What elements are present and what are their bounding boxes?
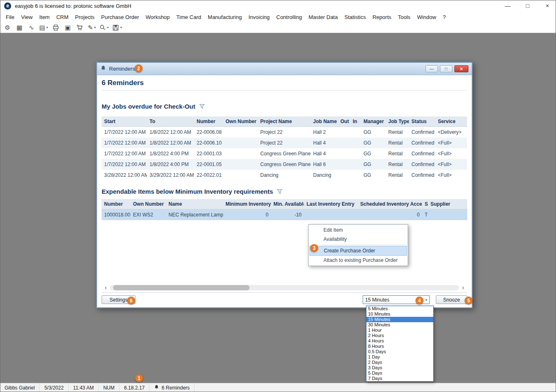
column-header-number[interactable]: Number: [102, 199, 131, 209]
dropdown-caret-icon[interactable]: ▾: [46, 26, 48, 29]
column-header-status[interactable]: Status: [409, 116, 435, 127]
menu-item-controlling[interactable]: Controlling: [273, 12, 305, 22]
dialog-close-button[interactable]: ×: [454, 65, 468, 72]
table-row[interactable]: 1/7/2022 12:00 AM1/8/2022 4:00 PM22-0001…: [102, 159, 467, 170]
dropdown-option-2-hours[interactable]: 2 Hours: [366, 333, 433, 338]
column-header-minimum-inventory[interactable]: Minimum Inventory: [223, 199, 271, 209]
scrollbar-track[interactable]: [110, 285, 459, 290]
cell: <Delivery>: [435, 127, 467, 138]
shopping-cart-icon[interactable]: [76, 23, 84, 32]
column-header-scheduled-inventory-access[interactable]: Scheduled Inventory Access: [358, 199, 422, 209]
dropdown-option-5-minutes[interactable]: 5 Minutes: [366, 306, 433, 311]
dialog-minimize-button[interactable]: —: [425, 65, 438, 72]
context-menu-item-edit-item[interactable]: Edit Item: [309, 226, 407, 235]
minimize-button[interactable]: —: [503, 2, 512, 9]
column-header-own-number[interactable]: Own Number: [223, 116, 258, 127]
column-header-s[interactable]: S: [422, 199, 428, 209]
snooze-button[interactable]: Snooze: [436, 295, 467, 304]
dropdown-caret-icon[interactable]: ▾: [120, 26, 122, 29]
menu-item-workshop[interactable]: Workshop: [143, 12, 173, 22]
table-row[interactable]: 3/28/2022 12:00 AM3/29/2022 12:00 AM22-0…: [102, 170, 467, 181]
menu-item-statistics[interactable]: Statistics: [341, 12, 369, 22]
menu-item-window[interactable]: Window: [414, 12, 440, 22]
cell: Hall 4: [311, 138, 338, 148]
dropdown-option-8-hours[interactable]: 8 Hours: [366, 344, 433, 349]
horizontal-scrollbar[interactable]: ‹ ›: [102, 284, 467, 291]
scrollbar-thumb[interactable]: [113, 285, 249, 290]
column-header-job-name[interactable]: Job Name: [311, 116, 338, 127]
callout-badge-4: 4: [416, 297, 423, 304]
dropdown-option-3-days[interactable]: 3 Days: [366, 365, 433, 371]
maximize-button[interactable]: □: [523, 2, 532, 9]
column-header-in[interactable]: In: [350, 116, 361, 127]
menu-item-invoicing[interactable]: Invoicing: [245, 12, 273, 22]
dialog-maximize-button[interactable]: □: [440, 65, 452, 72]
column-header-out[interactable]: Out: [338, 116, 350, 127]
dropdown-option-5-days[interactable]: 5 Days: [366, 371, 433, 376]
menu-item-file[interactable]: File: [2, 12, 18, 22]
dropdown-option-7-days[interactable]: 7 Days: [366, 376, 433, 381]
output-print-icon[interactable]: ▾: [112, 23, 122, 32]
cell: Dancing: [258, 170, 311, 181]
menu-item-projects[interactable]: Projects: [72, 12, 98, 22]
item-box-icon[interactable]: ▣: [64, 23, 72, 32]
signature-pen-icon[interactable]: ✎▾: [88, 23, 96, 32]
column-header-manager[interactable]: Manager: [361, 116, 386, 127]
table-row[interactable]: 1/7/2022 12:00 AM1/8/2022 12:00 AM22-000…: [102, 127, 467, 138]
menu-item-[interactable]: ?: [440, 12, 449, 22]
statusbar-reminders[interactable]: 6 Reminders: [150, 383, 195, 392]
menu-item-item[interactable]: Item: [36, 12, 53, 22]
column-header-last-inventory-entry[interactable]: Last Inventory Entry: [304, 199, 358, 209]
day-view-icon[interactable]: ▦: [15, 23, 24, 32]
context-menu-item-attach-to-existing-purchase-order[interactable]: Attach to existing Purchase Order: [309, 256, 407, 265]
filter-icon[interactable]: [277, 189, 283, 194]
scroll-right-icon[interactable]: ›: [459, 285, 467, 290]
cell: [223, 148, 258, 159]
column-header-service[interactable]: Service: [435, 116, 467, 127]
menu-item-view[interactable]: View: [18, 12, 36, 22]
dropdown-option-15-minutes[interactable]: 15 Minutes: [366, 317, 433, 322]
column-header-number[interactable]: Number: [194, 116, 223, 127]
dropdown-caret-icon[interactable]: ▾: [94, 26, 96, 29]
table-row[interactable]: 1/7/2022 12:00 AM1/8/2022 12:00 AM22-000…: [102, 138, 467, 148]
menu-item-manufacturing[interactable]: Manufacturing: [204, 12, 245, 22]
dropdown-option-0-5-days[interactable]: 0.5 Days: [366, 349, 433, 354]
column-header-name[interactable]: Name: [166, 199, 223, 209]
context-menu-item-create-purchase-order[interactable]: Create Purchase Order: [309, 246, 407, 256]
menu-item-tools[interactable]: Tools: [394, 12, 413, 22]
menu-item-reports[interactable]: Reports: [369, 12, 395, 22]
settings-gear-icon[interactable]: ⚙: [3, 23, 12, 32]
chevron-down-icon[interactable]: ▾: [425, 298, 427, 302]
reminders-dialog-titlebar[interactable]: Reminders — □ ×: [97, 63, 472, 75]
dropdown-option-4-hours[interactable]: 4 Hours: [366, 338, 433, 344]
column-header-start[interactable]: Start: [102, 116, 147, 127]
menu-item-time-card[interactable]: Time Card: [173, 12, 204, 22]
column-header-project-name[interactable]: Project Name: [258, 116, 311, 127]
dropdown-option-10-minutes[interactable]: 10 Minutes: [366, 311, 433, 317]
menu-item-purchase-order[interactable]: Purchase Order: [98, 12, 143, 22]
new-document-icon[interactable]: ▤▾: [39, 23, 48, 32]
column-header-own-number[interactable]: Own Number: [131, 199, 166, 209]
dropdown-option-1-day[interactable]: 1 Day: [366, 354, 433, 360]
menu-item-master-data[interactable]: Master Data: [305, 12, 341, 22]
dialog-title: Reminders: [109, 66, 135, 72]
filter-icon[interactable]: [199, 104, 205, 109]
callout-badge-2: 2: [135, 64, 143, 72]
dropdown-option-30-minutes[interactable]: 30 Minutes: [366, 322, 433, 328]
dropdown-option-2-days[interactable]: 2 Days: [366, 360, 433, 365]
close-button[interactable]: ×: [543, 2, 552, 9]
table-row[interactable]: 1000018.00EXI WS2NEC Replacement Lamp0-1…: [102, 209, 467, 221]
navigator-icon[interactable]: ∿: [27, 23, 36, 32]
search-icon[interactable]: ▾: [100, 23, 109, 32]
column-header-supplier[interactable]: Supplier: [428, 199, 467, 209]
table-row[interactable]: 1/7/2022 12:00 AM1/8/2022 4:00 PM22-0001…: [102, 148, 467, 159]
menu-item-crm[interactable]: CRM: [53, 12, 72, 22]
dropdown-caret-icon[interactable]: ▾: [107, 26, 109, 29]
scroll-left-icon[interactable]: ‹: [102, 285, 110, 290]
column-header-min-available[interactable]: Min. Available: [271, 199, 304, 209]
column-header-to[interactable]: To: [147, 116, 194, 127]
column-header-job-type[interactable]: Job Type: [386, 116, 409, 127]
project-print-icon[interactable]: [52, 23, 60, 32]
dropdown-option-1-hour[interactable]: 1 Hour: [366, 328, 433, 333]
context-menu-item-availability[interactable]: Availability: [309, 235, 407, 244]
